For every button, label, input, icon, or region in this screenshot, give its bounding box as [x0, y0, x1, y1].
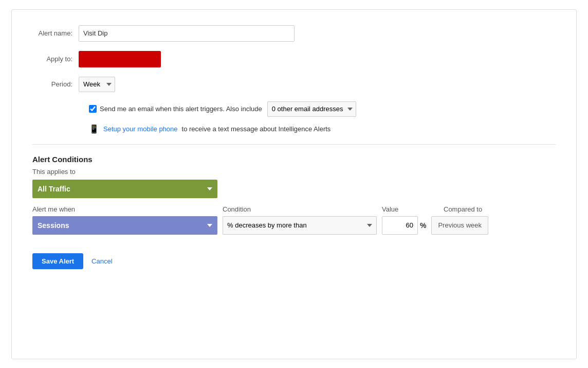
condition-select[interactable]: % decreases by more than % increases by …	[223, 216, 377, 235]
applies-to-label: This applies to	[32, 168, 556, 176]
condition-labels-row: Alert me when Condition Value Compared t…	[32, 205, 556, 213]
value-input[interactable]	[382, 216, 418, 235]
condition-col-label: Condition	[223, 205, 377, 213]
email-checkbox-text: Send me an email when this alert trigger…	[100, 105, 262, 113]
apply-to-row: Apply to:	[32, 51, 556, 67]
compared-to-value: Previous week	[438, 221, 482, 229]
cancel-link[interactable]: Cancel	[91, 257, 112, 265]
alert-conditions-title: Alert Conditions	[32, 155, 556, 164]
buttons-row: Save Alert Cancel	[32, 253, 556, 269]
alert-name-row: Alert name:	[32, 25, 556, 42]
alert-me-col-label: Alert me when	[32, 205, 217, 213]
email-checkbox[interactable]	[89, 105, 97, 113]
all-traffic-select[interactable]: All Traffic	[32, 180, 217, 198]
mobile-phone-row: 📱 Setup your mobile phone to receive a t…	[89, 124, 556, 134]
email-checkbox-label[interactable]: Send me an email when this alert trigger…	[89, 105, 262, 113]
section-divider	[32, 144, 556, 145]
condition-controls-row: Sessions % decreases by more than % incr…	[32, 216, 556, 235]
period-row: Period: Day Week Month	[32, 77, 556, 92]
apply-to-box[interactable]	[79, 51, 161, 67]
value-input-wrapper: %	[382, 216, 426, 235]
email-addresses-dropdown[interactable]: 0 other email addresses	[267, 101, 356, 117]
percent-sign: %	[420, 221, 426, 230]
mobile-phone-text: to receive a text message about Intellig…	[182, 125, 331, 133]
alert-conditions-section: Alert Conditions This applies to All Tra…	[32, 155, 556, 235]
phone-icon: 📱	[89, 124, 99, 134]
value-col-label: Value	[382, 205, 438, 213]
compared-to-box: Previous week	[431, 216, 488, 235]
setup-mobile-link[interactable]: Setup your mobile phone	[103, 125, 178, 133]
alert-name-input[interactable]	[79, 25, 295, 42]
compared-to-col-label: Compared to	[444, 205, 516, 213]
sessions-select[interactable]: Sessions	[32, 216, 217, 235]
alert-name-label: Alert name:	[32, 29, 79, 37]
save-alert-button[interactable]: Save Alert	[32, 253, 83, 269]
email-notification-row: Send me an email when this alert trigger…	[89, 101, 556, 117]
period-select[interactable]: Day Week Month	[79, 77, 115, 92]
period-label: Period:	[32, 80, 79, 88]
alert-form-card: Alert name: Apply to: Period: Day Week M…	[11, 9, 577, 359]
apply-to-label: Apply to:	[32, 55, 79, 63]
